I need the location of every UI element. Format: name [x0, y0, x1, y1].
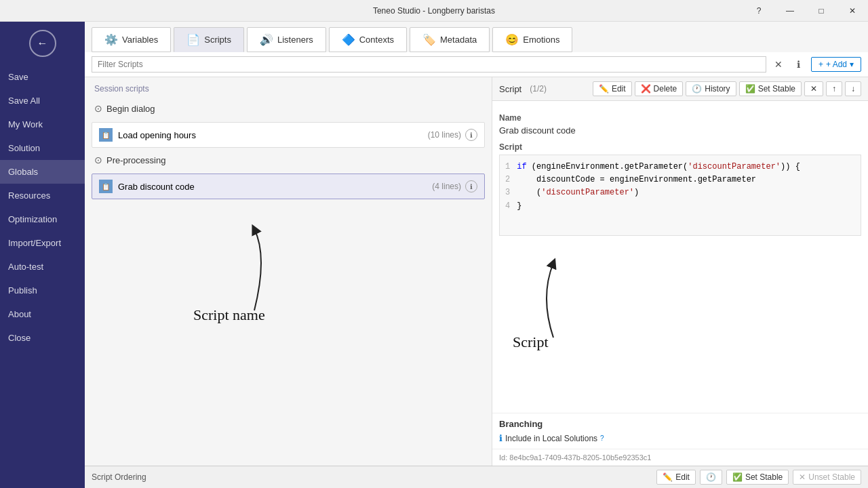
bottom-edit-icon: ✏️ — [663, 472, 673, 482]
contexts-icon: 🔷 — [342, 33, 355, 46]
session-scripts-label: Session scripts — [94, 84, 485, 94]
begin-dialog-section-header[interactable]: ⊙ Begin dialog — [92, 99, 485, 118]
bottom-history-icon: 🕐 — [706, 472, 716, 482]
bottom-set-stable-button[interactable]: ✅ Set Stable — [726, 470, 789, 485]
back-icon: ← — [37, 37, 48, 49]
info-circle-icon: ℹ — [499, 433, 502, 443]
clear-filter-button[interactable]: ✕ — [770, 56, 787, 73]
script-file-icon: 📋 — [99, 128, 113, 142]
script-annotation: Script — [513, 333, 549, 351]
delete-button[interactable]: ❌ Delete — [635, 81, 684, 96]
titlebar: Teneo Studio - Longberry baristas ? — □ … — [0, 0, 868, 22]
name-value: Grab discount code — [499, 125, 861, 136]
sidebar-item-about[interactable]: About — [0, 302, 85, 326]
set-stable-icon: ✅ — [745, 84, 755, 94]
sidebar-item-import-export[interactable]: Import/Export — [0, 231, 85, 255]
maximize-button[interactable]: □ — [806, 0, 837, 22]
script-item-left-selected: 📋 Grab discount code — [99, 180, 195, 193]
scripts-icon: 📄 — [186, 33, 200, 46]
bottom-unset-stable-icon: ✕ — [799, 472, 806, 482]
item-info-icon-selected[interactable]: ℹ — [465, 180, 477, 192]
main-layout: ← Save Save All My Work Solution Globals… — [0, 22, 868, 488]
line-numbers: 1 2 3 4 — [505, 161, 517, 230]
edit-button[interactable]: ✏️ Edit — [593, 81, 632, 96]
listeners-icon: 🔊 — [260, 33, 273, 46]
script-label: Script — [499, 142, 861, 152]
sidebar-item-optimization[interactable]: Optimization — [0, 207, 85, 231]
top-tabs: ⚙️ Variables 📄 Scripts 🔊 Listeners 🔷 Con… — [85, 22, 868, 52]
sidebar-item-close[interactable]: Close — [0, 326, 85, 350]
nav-prev-button[interactable]: ✕ — [804, 81, 823, 96]
include-local-label: Include in Local Solutions — [505, 434, 597, 443]
script-item-grab-discount-code[interactable]: 📋 Grab discount code (4 lines) ℹ — [92, 174, 485, 199]
pre-processing-section-header[interactable]: ⊙ Pre-processing — [92, 150, 485, 169]
bottom-bar: Script Ordering ✏️ Edit 🕐 ✅ Set Stable ✕… — [85, 466, 868, 488]
detail-content: Name Grab discount code Script 1 2 3 4 i… — [492, 101, 868, 413]
sidebar-item-solution[interactable]: Solution — [0, 136, 85, 160]
branching-section: Branching ℹ Include in Local Solutions ? — [492, 413, 868, 449]
set-stable-button[interactable]: ✅ Set Stable — [739, 81, 802, 96]
history-icon: 🕐 — [692, 84, 702, 94]
tab-listeners[interactable]: 🔊 Listeners — [247, 27, 326, 52]
code-editor: 1 2 3 4 if (engineEnvironment.getParamet… — [499, 155, 861, 236]
filter-scripts-input[interactable] — [92, 56, 766, 73]
nav-up-button[interactable]: ↑ — [826, 81, 842, 96]
tab-metadata[interactable]: 🏷️ Metadata — [410, 27, 490, 52]
begin-dialog-chevron: ⊙ — [94, 103, 102, 114]
sidebar-item-publish[interactable]: Publish — [0, 279, 85, 302]
tab-emotions[interactable]: 😊 Emotions — [492, 27, 572, 52]
detail-id: Id: 8e4bc9a1-7409-437b-8205-10b5e92353c1 — [492, 449, 868, 466]
bottom-unset-stable-button[interactable]: ✕ Unset Stable — [793, 470, 861, 485]
script-name-annotation: Script name — [193, 306, 265, 324]
metadata-icon: 🏷️ — [422, 33, 436, 46]
add-dropdown-icon: ▾ — [850, 60, 854, 69]
info-button[interactable]: ℹ — [791, 56, 807, 73]
detail-title: Script — [499, 84, 521, 94]
annotation-script-name-text: Script name — [193, 306, 265, 323]
sidebar-item-globals[interactable]: Globals — [0, 160, 85, 184]
two-panel: Session scripts ⊙ Begin dialog 📋 Load op… — [85, 77, 868, 466]
nav-down-button[interactable]: ↓ — [845, 81, 861, 96]
bottom-history-button[interactable]: 🕐 — [700, 470, 722, 485]
item-info-icon[interactable]: ℹ — [465, 129, 477, 141]
sidebar-item-save-all[interactable]: Save All — [0, 89, 85, 113]
window-controls: ? — □ ✕ — [743, 0, 868, 22]
script-item-right: (10 lines) ℹ — [428, 129, 477, 141]
edit-icon: ✏️ — [599, 84, 609, 94]
branching-title: Branching — [499, 419, 861, 429]
add-icon: + — [818, 60, 823, 69]
detail-count: (1/2) — [530, 84, 547, 94]
sidebar: ← Save Save All My Work Solution Globals… — [0, 22, 85, 488]
script-ordering-label: Script Ordering — [92, 472, 146, 482]
annotation-script-text: Script — [513, 333, 549, 350]
help-button[interactable]: ? — [743, 0, 774, 22]
close-button[interactable]: ✕ — [837, 0, 868, 22]
history-button[interactable]: 🕐 History — [686, 81, 736, 96]
tab-variables[interactable]: ⚙️ Variables — [92, 27, 171, 52]
sidebar-back[interactable]: ← — [0, 22, 85, 65]
sidebar-item-save[interactable]: Save — [0, 65, 85, 89]
bottom-edit-button[interactable]: ✏️ Edit — [656, 470, 696, 485]
pre-processing-chevron: ⊙ — [94, 155, 102, 165]
variables-icon: ⚙️ — [104, 33, 118, 46]
script-detail-panel: Script (1/2) ✏️ Edit ❌ Delete 🕐 History — [492, 77, 868, 466]
delete-icon: ❌ — [641, 84, 651, 94]
sidebar-item-resources[interactable]: Resources — [0, 184, 85, 207]
minimize-button[interactable]: — — [774, 0, 806, 22]
script-item-load-opening-hours[interactable]: 📋 Load opening hours (10 lines) ℹ — [92, 122, 485, 148]
include-local-solutions: ℹ Include in Local Solutions ? — [499, 433, 861, 443]
back-button[interactable]: ← — [29, 30, 56, 57]
content-area: ⚙️ Variables 📄 Scripts 🔊 Listeners 🔷 Con… — [85, 22, 868, 488]
sidebar-item-auto-test[interactable]: Auto-test — [0, 255, 85, 279]
add-button[interactable]: + + Add ▾ — [811, 57, 861, 72]
script-list-panel: Session scripts ⊙ Begin dialog 📋 Load op… — [85, 77, 492, 466]
tab-contexts[interactable]: 🔷 Contexts — [329, 27, 407, 52]
titlebar-title: Teneo Studio - Longberry baristas — [373, 6, 495, 16]
scripts-toolbar: ✕ ℹ + + Add ▾ — [85, 52, 868, 77]
bottom-set-stable-icon: ✅ — [732, 472, 743, 482]
tab-scripts[interactable]: 📄 Scripts — [174, 27, 244, 52]
emotions-icon: 😊 — [505, 33, 519, 46]
sidebar-item-my-work[interactable]: My Work — [0, 113, 85, 136]
detail-toolbar: Script (1/2) ✏️ Edit ❌ Delete 🕐 History — [492, 77, 868, 101]
code-content: if (engineEnvironment.getParameter('disc… — [517, 161, 855, 230]
